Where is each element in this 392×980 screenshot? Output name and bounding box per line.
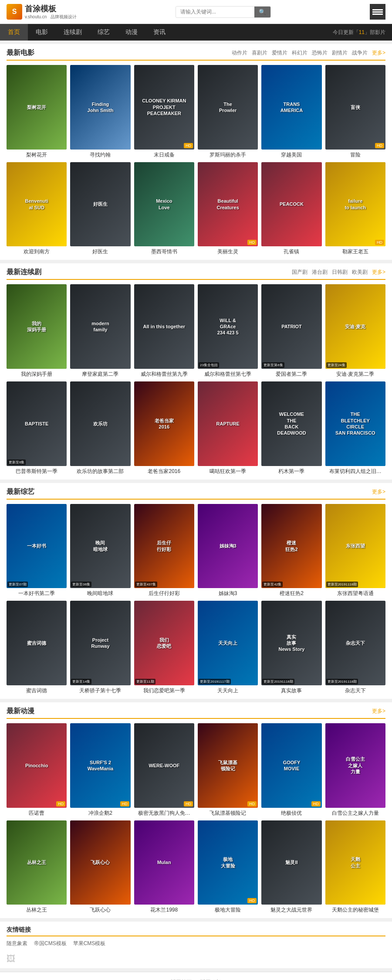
movie-card[interactable]: PEACOCK 孔雀镇 bbox=[261, 162, 321, 256]
filter-hktw[interactable]: 港台剧 bbox=[312, 269, 328, 276]
animation-title-label: 花木兰1998 bbox=[134, 906, 194, 914]
filter-jpkr[interactable]: 日韩剧 bbox=[332, 269, 348, 276]
movie-card[interactable]: CLOONEY KIRMANPROJEKTPEACEMAKERHD 末日戒备 bbox=[134, 65, 194, 159]
search-button[interactable]: 🔍 bbox=[254, 7, 270, 17]
tv-card[interactable]: WiLL &GRAce234 423 523集全包括 威尔和格蕾丝第七季 bbox=[198, 284, 258, 378]
tv-card[interactable]: modernfamily 摩登家庭第二季 bbox=[70, 284, 130, 378]
movie-title: 欢迎到南方 bbox=[7, 248, 67, 255]
tv-card[interactable]: THEBLETCHLEYCIRCLESAN FRANCISCO 布莱切利四人组之… bbox=[325, 381, 385, 475]
variety-title-label: 天桥骄子第十七季 bbox=[70, 687, 130, 694]
filter-action[interactable]: 动作片 bbox=[232, 49, 247, 57]
animation-card[interactable]: 魅灵II 魅灵之大战元世界 bbox=[261, 820, 321, 914]
search-input[interactable] bbox=[176, 7, 254, 17]
variety-card[interactable]: 后生仔行好彩更新至437集 后生仔行好彩 bbox=[134, 504, 194, 598]
filter-horror[interactable]: 恐怖片 bbox=[312, 49, 328, 57]
tv-more[interactable]: 更多> bbox=[372, 269, 385, 276]
animation-card[interactable]: 白雪公主之嫁人力量 白雪公主之嫁人力量 bbox=[325, 723, 385, 817]
friend-link[interactable]: 随意象素 bbox=[7, 940, 27, 947]
tv-card[interactable]: WELCOMETHEBACKDEADWOOD 朽木第一季 bbox=[261, 381, 321, 475]
tv-title-label: 朽木第一季 bbox=[261, 468, 321, 475]
filter-scifi[interactable]: 科幻片 bbox=[292, 49, 308, 57]
animation-card[interactable]: 飞鼠漂基顿险记HD 飞鼠漂基顿险记 bbox=[198, 723, 258, 817]
filter-eu[interactable]: 欧美剧 bbox=[352, 269, 368, 276]
nav-item-news[interactable]: 资讯 bbox=[145, 24, 173, 41]
variety-card[interactable]: 东张西望更新至20191118期 东张西望粤语通 bbox=[325, 504, 385, 598]
nav-item-variety[interactable]: 综艺 bbox=[90, 24, 118, 41]
variety-card[interactable]: 天天向上更新至20191117期 天天向上 bbox=[198, 601, 258, 694]
variety-card[interactable]: 橙迷狂热2更新至42集 橙迷狂热2 bbox=[261, 504, 321, 598]
movie-title: 寻找约翰 bbox=[70, 151, 130, 159]
variety-card[interactable]: ProjectRunway更新至14集 天桥骄子第十七季 bbox=[70, 601, 130, 694]
tv-title-label: 威尔和格蕾丝第七季 bbox=[198, 371, 258, 378]
animation-card[interactable]: SURF'S 2WaveManiaHD 冲浪企鹅2 bbox=[70, 723, 130, 817]
variety-card[interactable]: 真实故事News Story更新至20191118期 真实故事 bbox=[261, 601, 321, 694]
movie-card[interactable]: TheProwler 罗斯玛丽的杀手 bbox=[198, 65, 258, 159]
tv-card[interactable]: PATRIOT更新至第6集 爱国者第二季 bbox=[261, 284, 321, 378]
friend-link[interactable]: 帝国CMS模板 bbox=[34, 940, 67, 947]
animation-card[interactable]: WERE-WOOFHD 极密无敌黑门狗人免… bbox=[134, 723, 194, 817]
qr-icon[interactable] bbox=[370, 4, 385, 20]
tv-title-label: 摩登家庭第二季 bbox=[70, 371, 130, 378]
movie-card[interactable]: Benvenutial SUD 欢迎到南方 bbox=[7, 162, 67, 256]
tv-title-label: 欢乐坊的故事第二部 bbox=[70, 468, 130, 475]
movie-card[interactable]: failureto launchHD 勒家王老五 bbox=[325, 162, 385, 256]
animation-more[interactable]: 更多> bbox=[372, 708, 385, 715]
variety-card[interactable]: 姊妹淘3 姊妹淘3 bbox=[198, 504, 258, 598]
animation-card[interactable]: PinocchioHD 匹诺曹 bbox=[7, 723, 67, 817]
filter-comedy[interactable]: 喜剧片 bbox=[252, 49, 267, 57]
movie-card[interactable]: 好医生 好医生 bbox=[70, 162, 130, 256]
variety-card[interactable]: 晚间暗地球更新至06集 晚间暗地球 bbox=[70, 504, 130, 598]
movie-card[interactable]: 盲侠HD 冒险 bbox=[325, 65, 385, 159]
tv-card[interactable]: BAPTISTE更新至6集 巴普蒂斯特第一季 bbox=[7, 381, 67, 475]
animation-title: 最新动漫 bbox=[7, 707, 34, 716]
animation-title-label: 冲浪企鹅2 bbox=[70, 810, 130, 817]
animation-card[interactable]: 极地大冒险HD 极地大冒险 bbox=[198, 820, 258, 914]
nav-item-animation[interactable]: 动漫 bbox=[118, 24, 145, 41]
filter-romance[interactable]: 爱情片 bbox=[272, 49, 287, 57]
nav-item-home[interactable]: 首页 bbox=[0, 24, 28, 41]
nav-item-tv[interactable]: 连续剧 bbox=[56, 24, 90, 41]
animation-card[interactable]: 天鹅公主 天鹅公主的秘密城堡 bbox=[325, 820, 385, 914]
animation-title-label: 极密无敌黑门狗人免… bbox=[134, 810, 194, 817]
filter-domestic[interactable]: 国产剧 bbox=[292, 269, 308, 276]
variety-card[interactable]: 蜜吉词德 蜜吉词德 bbox=[7, 601, 67, 694]
nav-item-movie[interactable]: 电影 bbox=[28, 24, 56, 41]
tv-title-label: 威尔和格蕾丝第九季 bbox=[134, 371, 194, 378]
movie-card[interactable]: FindingJohn Smith 寻找约翰 bbox=[70, 65, 130, 159]
movie-title: 冒险 bbox=[325, 151, 385, 159]
movie-card[interactable]: MexicoLove 墨西哥情书 bbox=[134, 162, 194, 256]
animation-card[interactable]: Mulan 花木兰1998 bbox=[134, 820, 194, 914]
tv-title-label: 巴普蒂斯特第一季 bbox=[7, 468, 67, 475]
friend-link[interactable]: 苹果CMS模板 bbox=[73, 940, 106, 947]
movie-title: 美丽生灵 bbox=[198, 248, 258, 255]
friendly-links: 友情链接 随意象素 帝国CMS模板 苹果CMS模板 🖼 bbox=[0, 922, 392, 968]
broken-image: 🖼 bbox=[7, 954, 385, 964]
animation-card[interactable]: 飞跃心心 飞跃心心 bbox=[70, 820, 130, 914]
variety-title-label: 蜜吉词德 bbox=[7, 687, 67, 694]
tv-card[interactable]: 我的深妈手册 我的深妈手册 bbox=[7, 284, 67, 378]
variety-card[interactable]: 杂志天下更新至20191118期 杂志天下 bbox=[325, 601, 385, 694]
animation-card[interactable]: 丛林之王 丛林之王 bbox=[7, 820, 67, 914]
tv-card[interactable]: 欢乐坊 欢乐坊的故事第二部 bbox=[70, 381, 130, 475]
variety-more[interactable]: 更多> bbox=[372, 488, 385, 496]
tv-card[interactable]: 安迪·麦克更新至24集 安迪·麦克第二季 bbox=[325, 284, 385, 378]
animation-card[interactable]: GOOFYMOVIEHD 绝极侦优 bbox=[261, 723, 321, 817]
logo-info: 首涂模板 v.shoutu.cn 品牌视频设计 bbox=[25, 3, 77, 20]
tv-card[interactable]: RAPTURE 噶咕狂欢第一季 bbox=[198, 381, 258, 475]
variety-title-label: 真实故事 bbox=[261, 687, 321, 694]
movie-title: 梨树花开 bbox=[7, 151, 67, 159]
variety-card[interactable]: 一本好书更新至07期 一本好书第二季 bbox=[7, 504, 67, 598]
movie-card[interactable]: BeautifulCreaturesHD 美丽生灵 bbox=[198, 162, 258, 256]
nav-left: 首页 电影 连续剧 综艺 动漫 资讯 bbox=[0, 24, 173, 41]
movie-card[interactable]: 梨树花开 梨树花开 bbox=[7, 65, 67, 159]
filter-drama[interactable]: 剧情片 bbox=[332, 49, 348, 57]
movies-more[interactable]: 更多> bbox=[372, 49, 385, 57]
tv-card[interactable]: 老爸当家2016 老爸当家2016 bbox=[134, 381, 194, 475]
variety-card[interactable]: 我们恋爱吧更新至11期 我们恋爱吧第一季 bbox=[134, 601, 194, 694]
movie-card[interactable]: TRANSAMERICA 穿越美国 bbox=[261, 65, 321, 159]
tv-card[interactable]: All in this together 威尔和格蕾丝第九季 bbox=[134, 284, 194, 378]
filter-war[interactable]: 战争片 bbox=[352, 49, 368, 57]
logo-icon: S bbox=[7, 4, 22, 20]
variety-title-label: 后生仔行好彩 bbox=[134, 590, 194, 597]
nav: 首页 电影 连续剧 综艺 动漫 资讯 今日更新「11」部影片 bbox=[0, 24, 392, 41]
